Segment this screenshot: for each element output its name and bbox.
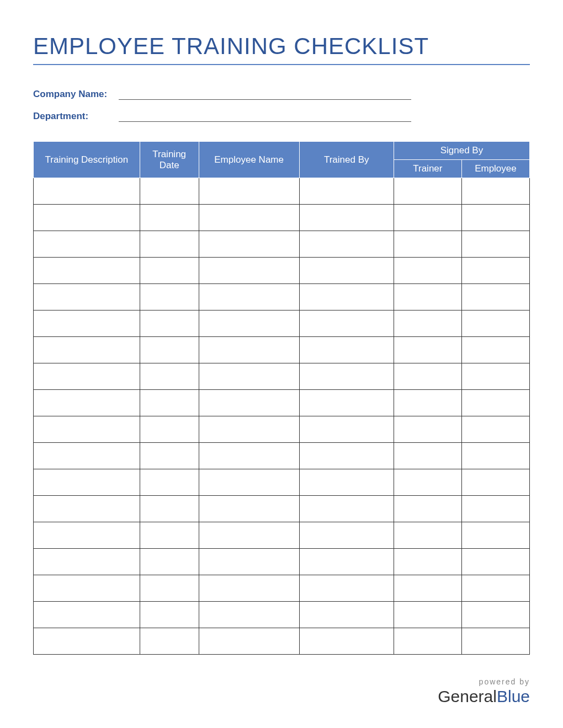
table-cell[interactable] <box>34 390 140 416</box>
table-cell[interactable] <box>461 337 529 363</box>
table-cell[interactable] <box>394 231 461 258</box>
department-input-line[interactable] <box>119 111 411 122</box>
table-cell[interactable] <box>394 284 461 311</box>
table-cell[interactable] <box>199 628 299 655</box>
table-cell[interactable] <box>34 205 140 231</box>
table-cell[interactable] <box>299 258 394 284</box>
table-cell[interactable] <box>461 496 529 522</box>
table-cell[interactable] <box>140 416 199 443</box>
table-cell[interactable] <box>34 628 140 655</box>
table-cell[interactable] <box>199 337 299 363</box>
table-cell[interactable] <box>140 311 199 337</box>
table-cell[interactable] <box>34 469 140 496</box>
table-cell[interactable] <box>199 258 299 284</box>
table-cell[interactable] <box>140 522 199 549</box>
table-cell[interactable] <box>461 178 529 205</box>
table-cell[interactable] <box>461 575 529 602</box>
table-cell[interactable] <box>34 231 140 258</box>
table-cell[interactable] <box>34 522 140 549</box>
table-cell[interactable] <box>299 284 394 311</box>
table-cell[interactable] <box>199 469 299 496</box>
table-cell[interactable] <box>299 628 394 655</box>
company-input-line[interactable] <box>119 89 411 100</box>
table-cell[interactable] <box>199 390 299 416</box>
table-cell[interactable] <box>461 416 529 443</box>
table-cell[interactable] <box>140 390 199 416</box>
table-cell[interactable] <box>461 549 529 575</box>
table-cell[interactable] <box>34 284 140 311</box>
table-cell[interactable] <box>199 443 299 469</box>
table-cell[interactable] <box>461 363 529 390</box>
table-cell[interactable] <box>394 205 461 231</box>
table-cell[interactable] <box>394 575 461 602</box>
table-cell[interactable] <box>461 469 529 496</box>
table-cell[interactable] <box>140 258 199 284</box>
table-cell[interactable] <box>140 602 199 628</box>
table-cell[interactable] <box>140 205 199 231</box>
table-cell[interactable] <box>34 575 140 602</box>
table-cell[interactable] <box>461 390 529 416</box>
table-cell[interactable] <box>34 549 140 575</box>
table-cell[interactable] <box>34 258 140 284</box>
table-cell[interactable] <box>299 390 394 416</box>
table-cell[interactable] <box>299 311 394 337</box>
table-cell[interactable] <box>394 469 461 496</box>
table-cell[interactable] <box>394 416 461 443</box>
table-cell[interactable] <box>299 469 394 496</box>
table-cell[interactable] <box>140 469 199 496</box>
table-cell[interactable] <box>299 522 394 549</box>
table-cell[interactable] <box>461 231 529 258</box>
table-cell[interactable] <box>34 178 140 205</box>
table-cell[interactable] <box>299 363 394 390</box>
table-cell[interactable] <box>140 496 199 522</box>
table-cell[interactable] <box>34 416 140 443</box>
table-cell[interactable] <box>394 549 461 575</box>
table-cell[interactable] <box>199 416 299 443</box>
table-cell[interactable] <box>394 602 461 628</box>
table-cell[interactable] <box>394 311 461 337</box>
table-cell[interactable] <box>199 575 299 602</box>
table-cell[interactable] <box>34 443 140 469</box>
table-cell[interactable] <box>299 602 394 628</box>
table-cell[interactable] <box>394 628 461 655</box>
table-cell[interactable] <box>461 602 529 628</box>
table-cell[interactable] <box>299 231 394 258</box>
table-cell[interactable] <box>299 416 394 443</box>
table-cell[interactable] <box>199 205 299 231</box>
table-cell[interactable] <box>461 284 529 311</box>
table-cell[interactable] <box>299 496 394 522</box>
table-cell[interactable] <box>140 284 199 311</box>
table-cell[interactable] <box>461 628 529 655</box>
table-cell[interactable] <box>299 575 394 602</box>
table-cell[interactable] <box>140 231 199 258</box>
table-cell[interactable] <box>140 443 199 469</box>
table-cell[interactable] <box>394 258 461 284</box>
table-cell[interactable] <box>299 205 394 231</box>
table-cell[interactable] <box>394 337 461 363</box>
table-cell[interactable] <box>461 522 529 549</box>
table-cell[interactable] <box>199 311 299 337</box>
table-cell[interactable] <box>140 575 199 602</box>
table-cell[interactable] <box>140 337 199 363</box>
table-cell[interactable] <box>461 258 529 284</box>
table-cell[interactable] <box>199 522 299 549</box>
table-cell[interactable] <box>199 602 299 628</box>
table-cell[interactable] <box>199 231 299 258</box>
table-cell[interactable] <box>34 602 140 628</box>
table-cell[interactable] <box>394 496 461 522</box>
table-cell[interactable] <box>394 522 461 549</box>
table-cell[interactable] <box>34 496 140 522</box>
table-cell[interactable] <box>461 443 529 469</box>
table-cell[interactable] <box>199 549 299 575</box>
table-cell[interactable] <box>199 496 299 522</box>
table-cell[interactable] <box>461 205 529 231</box>
table-cell[interactable] <box>199 178 299 205</box>
table-cell[interactable] <box>299 549 394 575</box>
table-cell[interactable] <box>299 337 394 363</box>
table-cell[interactable] <box>34 337 140 363</box>
table-cell[interactable] <box>394 443 461 469</box>
table-cell[interactable] <box>461 311 529 337</box>
table-cell[interactable] <box>299 178 394 205</box>
table-cell[interactable] <box>299 443 394 469</box>
table-cell[interactable] <box>394 390 461 416</box>
